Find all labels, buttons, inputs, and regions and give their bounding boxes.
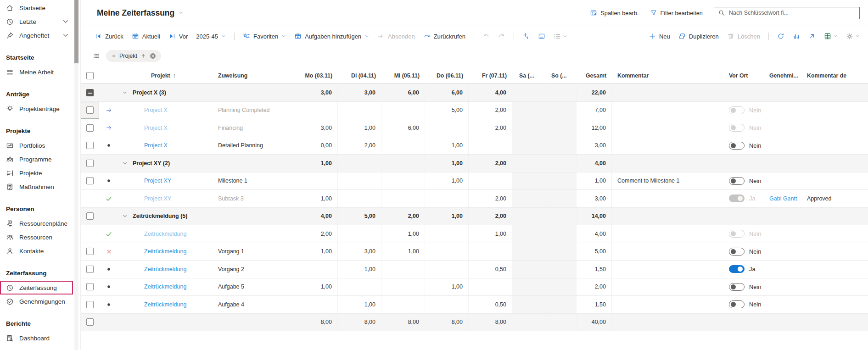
comment-cell[interactable] bbox=[612, 261, 715, 278]
hours-cell-sa[interactable] bbox=[512, 225, 544, 243]
sidebar-item-dashboard[interactable]: Dashboard bbox=[0, 331, 73, 345]
hours-cell-mi[interactable] bbox=[381, 278, 425, 296]
hours-cell-sa[interactable] bbox=[512, 172, 544, 190]
column-header-genehmi[interactable]: Genehmi... bbox=[761, 68, 800, 83]
column-header-fr-07-11[interactable]: Fr (07.11) bbox=[469, 68, 512, 83]
hours-cell-mo[interactable] bbox=[294, 261, 338, 278]
hours-cell-mi[interactable] bbox=[381, 137, 425, 155]
sidebar-item-programme[interactable]: Programme bbox=[0, 152, 73, 166]
sidebar-item-massnahmen[interactable]: Maßnahmen bbox=[0, 180, 73, 194]
hours-cell-do[interactable] bbox=[425, 261, 469, 278]
group-by-chip[interactable]: Projekt bbox=[106, 50, 161, 62]
column-header-zuweisung[interactable]: Zuweisung bbox=[212, 68, 294, 83]
add-tasks-button[interactable]: Aufgaben hinzufügen bbox=[294, 33, 369, 40]
column-header-projekt[interactable]: Projekt↑ bbox=[118, 68, 212, 83]
project-link[interactable]: Project XY bbox=[144, 195, 171, 202]
project-link[interactable]: Zeitrückmeldung bbox=[144, 231, 186, 237]
hours-cell-di[interactable] bbox=[338, 102, 381, 119]
hours-cell-do[interactable]: 1,00 bbox=[425, 172, 469, 190]
remove-grouping-icon[interactable] bbox=[149, 52, 157, 60]
column-header-kommentar-de[interactable]: Kommentar de bbox=[800, 68, 868, 83]
export-excel-button[interactable] bbox=[824, 33, 838, 40]
row-checkbox[interactable] bbox=[86, 142, 94, 149]
hours-cell-di[interactable] bbox=[338, 225, 381, 243]
insert-row-button[interactable] bbox=[522, 33, 530, 40]
group-list-icon[interactable] bbox=[93, 52, 100, 60]
hours-cell-so[interactable] bbox=[544, 278, 577, 296]
sidebar-item-kontakte[interactable]: Kontakte bbox=[0, 244, 73, 258]
onsite-toggle[interactable] bbox=[729, 248, 745, 256]
period-back-button[interactable]: Zurück bbox=[95, 33, 123, 40]
view-options-button[interactable] bbox=[554, 33, 567, 40]
hours-cell-do[interactable]: 5,00 bbox=[425, 102, 469, 119]
collapse-group-icon[interactable] bbox=[122, 213, 128, 219]
hours-cell-mo[interactable]: 3,00 bbox=[294, 119, 338, 137]
hours-cell-fr[interactable]: 2,00 bbox=[469, 190, 512, 207]
hours-cell-mo[interactable]: 1,00 bbox=[294, 278, 338, 296]
hours-cell-sa[interactable] bbox=[512, 137, 544, 155]
hours-cell-so[interactable] bbox=[544, 102, 577, 119]
comment-cell[interactable] bbox=[612, 243, 715, 261]
column-header-mi-05-11[interactable]: Mi (05.11) bbox=[381, 68, 425, 83]
approver-link[interactable]: Gabi Gantt bbox=[769, 195, 797, 202]
comment-cell[interactable] bbox=[612, 137, 715, 155]
row-checkbox[interactable] bbox=[86, 124, 94, 132]
hours-cell-fr[interactable] bbox=[469, 172, 512, 190]
row-checkbox[interactable] bbox=[86, 301, 94, 308]
project-link[interactable]: Project XY bbox=[144, 178, 171, 184]
row-checkbox[interactable] bbox=[86, 212, 94, 220]
comment-cell[interactable] bbox=[612, 225, 715, 243]
project-link[interactable]: Zeitrückmeldung bbox=[144, 283, 186, 290]
hours-cell-mi[interactable] bbox=[381, 102, 425, 119]
hours-cell-fr[interactable]: 0,50 bbox=[469, 296, 512, 313]
sidebar-item-meine-arbeit[interactable]: Meine Arbeit bbox=[0, 65, 73, 79]
comment-cell[interactable] bbox=[612, 190, 715, 207]
column-header-so[interactable]: So (... bbox=[544, 68, 577, 83]
column-header-kommentar[interactable]: Kommentar bbox=[612, 68, 715, 83]
hours-cell-fr[interactable] bbox=[469, 243, 512, 261]
fullscreen-button[interactable] bbox=[808, 33, 816, 40]
row-checkbox[interactable] bbox=[86, 266, 94, 273]
chevron-down-icon[interactable] bbox=[62, 18, 69, 25]
hours-cell-sa[interactable] bbox=[512, 190, 544, 207]
hours-cell-do[interactable] bbox=[425, 225, 469, 243]
sidebar-item-angeheftet[interactable]: Angeheftet bbox=[0, 28, 73, 42]
sidebar-item-projekte[interactable]: Projekte bbox=[0, 166, 73, 180]
hours-cell-do[interactable]: 1,00 bbox=[425, 137, 469, 155]
project-link[interactable]: Project X bbox=[144, 142, 168, 149]
comment-cell[interactable] bbox=[612, 278, 715, 296]
sidebar-item-zeiterfassung[interactable]: Zeiterfassung bbox=[0, 281, 73, 294]
onsite-toggle[interactable] bbox=[729, 177, 745, 185]
settings-button[interactable] bbox=[846, 33, 860, 40]
hours-cell-sa[interactable] bbox=[512, 102, 544, 119]
collapse-group-icon[interactable] bbox=[122, 161, 128, 166]
row-checkbox[interactable] bbox=[86, 248, 94, 255]
hours-cell-do[interactable] bbox=[425, 243, 469, 261]
sidebar-item-genehmigungen[interactable]: Genehmigungen bbox=[0, 294, 73, 308]
onsite-toggle[interactable] bbox=[729, 300, 745, 308]
column-header-vor-ort[interactable]: Vor Ort bbox=[715, 68, 761, 83]
hours-cell-mo[interactable]: 2,00 bbox=[294, 225, 338, 243]
new-button[interactable]: Neu bbox=[649, 33, 670, 40]
column-header-mo-03-11[interactable]: Mo (03.11) bbox=[294, 68, 338, 83]
comment-cell[interactable] bbox=[612, 296, 715, 313]
select-all-checkbox[interactable] bbox=[86, 72, 94, 79]
sidebar-item-projektantraege[interactable]: Projektanträge bbox=[0, 102, 73, 116]
column-header-gesamt[interactable]: Gesamt bbox=[577, 68, 612, 83]
hours-cell-di[interactable]: 1,00 bbox=[338, 296, 381, 313]
hours-cell-mo[interactable]: 1,00 bbox=[294, 243, 338, 261]
row-checkbox[interactable] bbox=[86, 160, 94, 167]
hours-cell-di[interactable]: 1,00 bbox=[338, 261, 381, 278]
sidebar-item-ressourcenplaene[interactable]: Ressourcenpläne bbox=[0, 217, 73, 230]
row-checkbox[interactable] bbox=[86, 177, 94, 184]
project-link[interactable]: Zeitrückmeldung bbox=[144, 266, 186, 272]
chart-view-button[interactable] bbox=[793, 33, 800, 40]
hours-cell-sa[interactable] bbox=[512, 119, 544, 137]
hours-cell-fr[interactable]: 2,00 bbox=[469, 102, 512, 119]
sidebar-scrollbar[interactable] bbox=[74, 0, 78, 350]
hours-cell-mi[interactable] bbox=[381, 296, 425, 313]
period-select[interactable]: 2025-45 bbox=[196, 33, 226, 40]
hours-cell-mi[interactable]: 1,00 bbox=[381, 243, 425, 261]
hours-cell-fr[interactable]: 0,50 bbox=[469, 261, 512, 278]
hours-cell-fr[interactable]: 2,00 bbox=[469, 119, 512, 137]
